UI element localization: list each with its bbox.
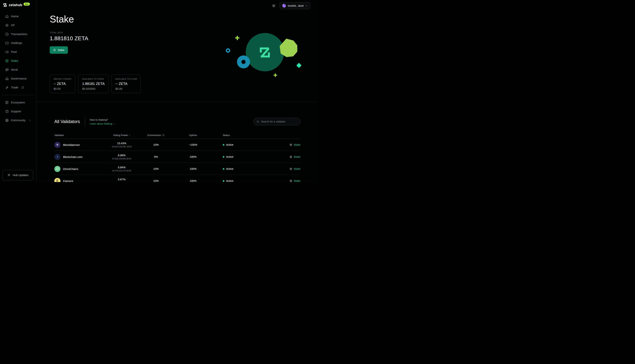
table-row: Blockchain.com 8.98% 67,835,109.856 ZETA… xyxy=(54,151,300,163)
new-to-staking-text: New to Staking? xyxy=(90,118,115,122)
zetahub-logo-icon xyxy=(3,2,8,8)
sidebar-item-ecosystem[interactable]: Ecosystem xyxy=(0,98,36,107)
sidebar-item-transactions[interactable]: Transactions xyxy=(0,30,36,38)
stats-cards: AMOUNT STAKED -- ZETA $0.00 AVAILABLE TO… xyxy=(50,74,300,93)
info-icon[interactable] xyxy=(162,134,165,136)
sidebar-item-holdings[interactable]: Holdings xyxy=(0,38,36,48)
validator-search xyxy=(253,118,300,125)
wallet-avatar xyxy=(282,4,286,8)
validator-cell: Blockdaemon xyxy=(54,142,104,148)
card-label: AVAILABLE TO CLAIM xyxy=(115,78,137,80)
hub-updates-label: Hub Updates xyxy=(13,174,29,177)
blockdaemon-logo-icon xyxy=(56,143,59,146)
stake-action-link[interactable]: Stake xyxy=(260,180,300,182)
status-badge: Active xyxy=(226,155,234,158)
clock-icon xyxy=(5,32,9,36)
help-circle-icon xyxy=(5,110,9,114)
validators-table: Validator Voting Power↓ Commission Uptim… xyxy=(54,132,300,182)
main-content: 0x3345...3b16 Stake TOTAL ZETA 1.881810 … xyxy=(36,0,318,182)
stake-button[interactable]: Stake xyxy=(50,46,68,54)
voting-power-cell: 15.43% 116,637,018.061 ZETA xyxy=(104,142,139,148)
sidebar-item-label: Holdings xyxy=(11,41,22,45)
vertical-divider xyxy=(85,116,85,126)
topbar: 0x3345...3b16 xyxy=(272,2,310,9)
status-badge: Active xyxy=(226,180,234,182)
page-title: Stake xyxy=(50,14,300,24)
uptime-cell: 100% xyxy=(173,180,214,182)
stake-action-link[interactable]: Stake xyxy=(260,143,300,146)
sidebar-item-pool[interactable]: Pool xyxy=(0,48,36,56)
sidebar-item-label: Home xyxy=(11,15,19,18)
card-value: -- ZETA xyxy=(54,82,71,86)
status-cell: Active xyxy=(214,143,260,146)
sidebar-item-label: Send xyxy=(11,68,18,71)
col-commission: Commission xyxy=(139,134,173,136)
commission-cell: 10% xyxy=(139,180,173,182)
uptime-cell: ~100% xyxy=(173,143,214,146)
brand-logo[interactable]: zetahub Beta xyxy=(0,2,36,8)
card-value: 1.88181 ZETA xyxy=(82,82,105,86)
available-to-claim-card: AVAILABLE TO CLAIM -- ZETA $0.00 xyxy=(112,74,141,93)
pool-icon xyxy=(5,50,9,54)
validator-name: Blockchain.com xyxy=(63,155,83,158)
status-dot xyxy=(223,180,224,182)
wallet-button[interactable]: 0x3345...3b16 xyxy=(280,2,310,9)
status-cell: Active xyxy=(214,155,260,158)
sidebar-item-support[interactable]: Support xyxy=(0,107,36,116)
validators-title: All Validators xyxy=(54,119,80,124)
blockchain-com-avatar xyxy=(54,154,61,160)
table-header: Validator Voting Power↓ Commission Uptim… xyxy=(54,132,300,139)
omnichain1-avatar: O xyxy=(54,166,61,172)
card-label: AVAILABLE TO STAKE xyxy=(82,78,105,80)
sidebar-item-label: Support xyxy=(11,110,21,113)
commission-cell: 10% xyxy=(139,143,173,146)
status-cell: Active xyxy=(214,167,260,170)
blockdaemon-avatar xyxy=(54,142,61,148)
card-icon xyxy=(5,41,9,45)
total-zeta-label: TOTAL ZETA xyxy=(50,32,300,34)
primary-nav: Home XP Transactions Holdings Pool Stake xyxy=(0,12,36,125)
sidebar-item-governance[interactable]: Governance xyxy=(0,74,36,83)
chevron-right-icon xyxy=(28,119,32,122)
learn-about-staking-link[interactable]: Learn about Staking → xyxy=(90,122,115,125)
commission-cell: 10% xyxy=(139,167,173,170)
voting-power-cell: 8.98% 67,835,109.856 ZETA xyxy=(104,154,139,160)
home-icon xyxy=(5,14,9,18)
theme-toggle-button[interactable] xyxy=(272,4,276,8)
card-label: AMOUNT STAKED xyxy=(54,78,71,80)
validator-cell: F Figment xyxy=(54,178,104,182)
cash-icon xyxy=(5,68,9,72)
status-cell: Active xyxy=(214,180,260,182)
sidebar-item-xp[interactable]: XP xyxy=(0,21,36,30)
brand-name: zetahub xyxy=(9,3,22,7)
status-dot xyxy=(223,144,224,146)
uptime-cell: 100% xyxy=(173,155,214,158)
stake-action-link[interactable]: Stake xyxy=(260,167,300,170)
sun-icon xyxy=(272,4,276,8)
sidebar-item-trade[interactable]: Trade xyxy=(0,83,36,92)
stake-button-label: Stake xyxy=(58,48,64,52)
governance-icon xyxy=(5,77,9,80)
stake-action-link[interactable]: Stake xyxy=(260,155,300,158)
sidebar-item-stake[interactable]: Stake xyxy=(0,56,36,65)
sidebar: zetahub Beta Home XP Transactions Holdin… xyxy=(0,0,36,182)
sidebar-item-community[interactable]: Community xyxy=(0,116,36,125)
sidebar-item-label: Trade xyxy=(11,86,18,89)
figment-avatar: F xyxy=(54,178,61,182)
sidebar-item-home[interactable]: Home xyxy=(0,12,36,21)
staking-help: New to Staking? Learn about Staking → xyxy=(90,118,115,125)
col-status: Status xyxy=(214,134,260,136)
zeta-logo-graphic xyxy=(257,44,272,61)
search-icon xyxy=(257,120,259,123)
database-icon xyxy=(53,48,56,52)
sidebar-item-send[interactable]: Send xyxy=(0,65,36,74)
globe-icon xyxy=(5,118,9,122)
hub-updates-button[interactable]: Hub Updates xyxy=(3,170,33,180)
available-to-stake-card: AVAILABLE TO STAKE 1.88181 ZETA $0.92039… xyxy=(78,74,109,93)
database-icon xyxy=(290,180,292,182)
search-input[interactable] xyxy=(261,120,297,123)
validator-cell: Blockchain.com xyxy=(54,154,104,160)
sparkles-icon xyxy=(7,173,11,177)
database-icon xyxy=(290,156,292,158)
col-voting-power[interactable]: Voting Power↓ xyxy=(104,134,139,136)
